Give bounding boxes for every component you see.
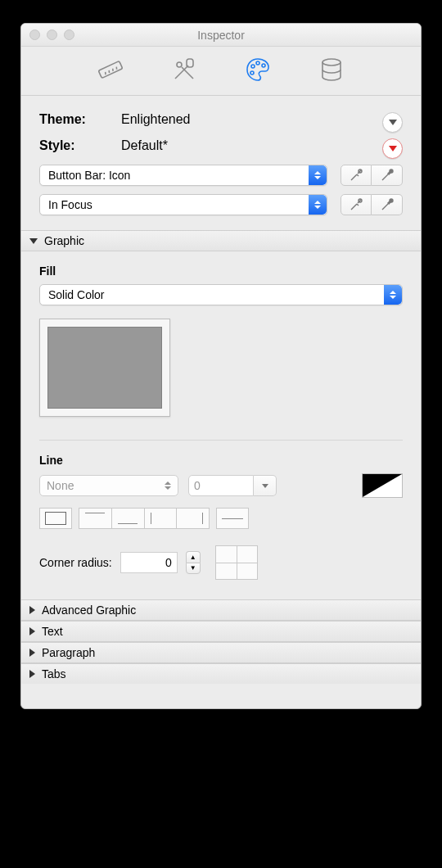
corner-preview[interactable] <box>215 545 258 580</box>
state-popup[interactable]: In Focus <box>39 194 327 215</box>
stepper-down-button[interactable]: ▼ <box>186 563 201 574</box>
section-text-header[interactable]: Text <box>21 621 421 642</box>
border-all-button[interactable] <box>39 508 72 529</box>
section-text-title: Text <box>42 625 63 638</box>
disclosure-closed-icon <box>29 606 35 614</box>
section-tabs-header[interactable]: Tabs <box>21 663 421 684</box>
section-graphic-body: Fill Solid Color Line None <box>21 251 421 599</box>
style-value: Default* <box>121 138 168 153</box>
border-bottom-button[interactable] <box>112 509 145 528</box>
svg-line-7 <box>182 67 193 79</box>
style-part-popup-label: Button Bar: Icon <box>48 169 130 182</box>
line-width-combo[interactable] <box>188 475 277 496</box>
svg-line-1 <box>105 72 106 75</box>
state-popup-label: In Focus <box>48 198 92 211</box>
corner-radius-stepper: ▲ ▼ <box>186 551 201 574</box>
svg-point-13 <box>322 59 341 66</box>
fill-color-swatch <box>47 327 162 409</box>
chevron-down-icon <box>389 146 397 151</box>
svg-rect-0 <box>98 61 123 79</box>
section-paragraph-header[interactable]: Paragraph <box>21 642 421 663</box>
svg-point-17 <box>390 199 393 202</box>
eyedropper-fill-icon <box>380 197 395 212</box>
svg-point-15 <box>390 170 393 173</box>
eyedropper-button-2[interactable] <box>341 194 372 215</box>
popup-arrows-icon <box>309 165 327 185</box>
svg-line-3 <box>112 69 114 71</box>
line-width-drop[interactable] <box>254 475 277 496</box>
tools-icon[interactable] <box>170 56 198 86</box>
ruler-icon[interactable] <box>97 56 124 86</box>
section-graphic-header[interactable]: Graphic <box>21 230 421 251</box>
fill-label: Fill <box>39 264 403 278</box>
section-advanced-graphic-title: Advanced Graphic <box>42 604 136 617</box>
svg-rect-6 <box>187 59 193 67</box>
line-style-popup-label: None <box>47 479 74 492</box>
titlebar: Inspector <box>21 24 421 47</box>
border-sides-group <box>79 508 210 529</box>
line-style-popup[interactable]: None <box>39 475 178 496</box>
border-top-button[interactable] <box>79 509 112 528</box>
database-icon[interactable] <box>318 56 345 86</box>
traffic-lights <box>29 29 74 40</box>
border-baseline-button[interactable] <box>216 508 249 529</box>
disclosure-open-icon <box>29 238 38 244</box>
popup-arrows-icon <box>165 481 171 490</box>
theme-value: Enlightened <box>121 112 191 127</box>
disclosure-closed-icon <box>29 649 35 657</box>
eyedropper-icon <box>349 168 363 183</box>
corner-radius-label: Corner radius: <box>39 556 112 569</box>
section-graphic-title: Graphic <box>44 234 84 247</box>
fill-type-popup-label: Solid Color <box>48 288 104 301</box>
style-menu-button[interactable] <box>382 138 403 159</box>
style-label: Style: <box>39 138 121 153</box>
window-title: Inspector <box>21 29 421 42</box>
close-icon[interactable] <box>29 29 40 40</box>
theme-menu-button[interactable] <box>382 112 403 133</box>
svg-point-12 <box>250 71 254 75</box>
eyedropper-icon <box>349 197 363 212</box>
border-right-button[interactable] <box>177 509 209 528</box>
chevron-down-icon <box>389 120 397 125</box>
fill-type-popup[interactable]: Solid Color <box>39 284 403 305</box>
palette-icon[interactable] <box>244 56 272 86</box>
section-advanced-graphic-header[interactable]: Advanced Graphic <box>21 599 421 621</box>
fill-color-well[interactable] <box>39 319 170 417</box>
section-paragraph-title: Paragraph <box>42 646 95 659</box>
inspector-window: Inspector Theme: Enlightened Style: Defa… <box>20 23 422 709</box>
theme-label: Theme: <box>39 112 121 127</box>
eyedropper-fill-icon <box>380 168 395 183</box>
style-part-popup[interactable]: Button Bar: Icon <box>39 165 327 186</box>
line-color-well[interactable] <box>362 473 403 498</box>
line-width-input[interactable] <box>188 475 254 496</box>
zoom-icon[interactable] <box>64 29 74 40</box>
svg-point-8 <box>177 62 182 67</box>
svg-line-2 <box>108 70 110 73</box>
stepper-up-button[interactable]: ▲ <box>186 551 201 563</box>
apply-eyedropper-button-2[interactable] <box>372 194 403 215</box>
inspector-toolbar <box>21 47 421 96</box>
apply-eyedropper-button[interactable] <box>372 165 403 186</box>
minimize-icon[interactable] <box>47 29 57 40</box>
section-tabs-title: Tabs <box>42 667 66 680</box>
svg-point-11 <box>262 64 265 67</box>
popup-arrows-icon <box>309 195 327 215</box>
eyedropper-button[interactable] <box>341 165 372 186</box>
chevron-down-icon <box>262 484 268 488</box>
corner-radius-input[interactable] <box>120 552 178 573</box>
svg-point-9 <box>251 65 255 68</box>
svg-line-4 <box>115 67 117 70</box>
disclosure-closed-icon <box>29 627 35 635</box>
popup-arrows-icon <box>384 285 402 305</box>
svg-point-10 <box>256 61 259 65</box>
disclosure-closed-icon <box>29 670 35 678</box>
theme-style-panel: Theme: Enlightened Style: Default* Butto… <box>21 96 421 230</box>
line-label: Line <box>39 454 403 467</box>
separator <box>39 440 403 441</box>
border-left-button[interactable] <box>145 509 178 528</box>
